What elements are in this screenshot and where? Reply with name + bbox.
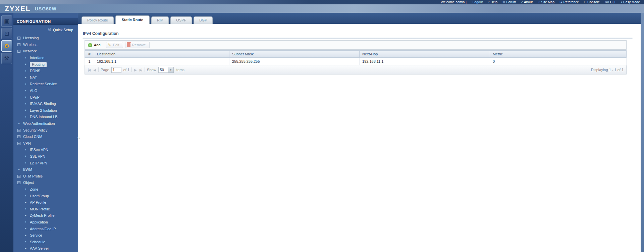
next-page-icon[interactable]: ▶ [134, 68, 137, 72]
tree-bullet-icon: ✦ [25, 83, 27, 86]
page-number-input[interactable] [111, 67, 121, 73]
table-row[interactable]: 1192.168.1.1255.255.255.255192.168.11.10 [85, 58, 627, 65]
column-header-subnet-mask[interactable]: Subnet Mask [229, 51, 360, 58]
tree-item-dns-inbound-lb[interactable]: ✦ DNS Inbound LB [13, 114, 78, 120]
tree-item-vpn[interactable]: − VPN [13, 140, 78, 147]
menu-icon: ◑ [621, 1, 622, 4]
configuration-icon[interactable]: ⚙ [1, 40, 12, 52]
tree-item-routing[interactable]: ✦ Routing [13, 61, 78, 68]
forum-menu-item[interactable]: ▤ Forum [502, 0, 516, 4]
tree-bullet-icon: ✦ [25, 195, 27, 197]
monitor-icon[interactable]: ⊡ [1, 28, 12, 39]
about-menu-item[interactable]: Z About [521, 0, 533, 4]
logout-link[interactable]: Logout [472, 0, 483, 4]
section-divider [83, 38, 633, 39]
page-size-select[interactable]: 50 ▾ [158, 67, 174, 73]
menu-label: Console [587, 0, 600, 4]
tree-item-application[interactable]: ✦ Application [13, 219, 78, 226]
tree-item-user-group[interactable]: ✦ User/Group [13, 193, 78, 199]
tree-bullet-icon: ✦ [25, 247, 27, 250]
tree-item-address-geo-ip[interactable]: ✦ Address/Geo IP [13, 225, 78, 232]
tab-rip[interactable]: RIP [151, 16, 169, 24]
tree-item-schedule[interactable]: ✦ Schedule [13, 239, 78, 245]
column-header-[interactable]: # [85, 51, 94, 58]
column-header-metric[interactable]: Metric [490, 51, 627, 58]
tree-item-upnp[interactable]: ✦ UPnP [13, 94, 78, 101]
easymode-menu-item[interactable]: ◑ Easy Mode [621, 0, 640, 4]
tree-item-redirect-service[interactable]: ✦ Redirect Service [13, 81, 78, 88]
tree-item-alg[interactable]: ✦ ALG [13, 88, 78, 94]
add-button[interactable]: + Add [86, 42, 104, 48]
tree-item-utm-profile[interactable]: + UTM Profile [13, 173, 78, 180]
first-page-icon[interactable]: |◀ [88, 68, 91, 72]
prev-page-icon[interactable]: ◀ [93, 68, 96, 72]
tree-item-object[interactable]: − Object [13, 180, 78, 186]
tree-item-label: UTM Profile [23, 174, 43, 179]
tree-item-ddns[interactable]: ✦ DDNS [13, 68, 78, 74]
help-menu-item[interactable]: ? Help [488, 0, 497, 4]
tree-item-aaa-server[interactable]: ✦ AAA Server [13, 245, 78, 252]
tree-bullet-icon: ✦ [25, 228, 27, 230]
tab-ospf[interactable]: OSPF [170, 16, 192, 24]
console-menu-item[interactable]: ⊡ Console [584, 0, 600, 4]
tree-item-ap-profile[interactable]: ✦ AP Profile [13, 199, 78, 206]
tab-bgp[interactable]: BGP [194, 16, 213, 24]
tree-item-web-authentication[interactable]: ✦ Web Authentication [13, 120, 78, 127]
tree-bullet-icon: ✦ [25, 103, 27, 105]
device-model: USG60W [35, 6, 57, 11]
tree-item-service[interactable]: ✦ Service [13, 232, 78, 239]
last-page-icon[interactable]: ▶| [139, 68, 143, 72]
tree-item-licensing[interactable]: + Licensing [13, 35, 78, 42]
tree-bullet-icon: ✦ [25, 201, 27, 204]
tree-item-interface[interactable]: ✦ Interface [13, 55, 78, 61]
sitemap-menu-item[interactable]: ✣ Site Map [538, 0, 554, 4]
page: IPv4 Configuration + Add ✎ Edit Remove [78, 24, 641, 252]
table-cell: 192.168.11.1 [360, 58, 490, 65]
tree-item-cloud-cnm[interactable]: + Cloud CNM [13, 134, 78, 140]
tree-bullet-icon: ✦ [25, 109, 27, 112]
tree-item-mon-profile[interactable]: ✦ MON Profile [13, 206, 78, 212]
quick-setup-button[interactable]: ⚒ Quick Setup [13, 25, 78, 34]
tree-item-ssl-vpn[interactable]: ✦ SSL VPN [13, 153, 78, 160]
tab-label: RIP [157, 18, 163, 22]
tree-item-security-policy[interactable]: + Security Policy [13, 127, 78, 134]
tab-policy-route[interactable]: Policy Route [82, 16, 114, 24]
tree-item-layer-2-isolation[interactable]: ✦ Layer 2 Isolation [13, 107, 78, 114]
tree-item-ip-mac-binding[interactable]: ✦ IP/MAC Binding [13, 101, 78, 107]
menu-label: Welcome admin | [441, 0, 467, 4]
tree-item-zymesh-profile[interactable]: ✦ ZyMesh Profile [13, 212, 78, 219]
tree-item-network[interactable]: − Network [13, 48, 78, 55]
tab-label: Static Route [122, 18, 143, 22]
tree-bullet-icon: ✦ [25, 70, 27, 72]
tree-item-bwm[interactable]: ✦ BWM [13, 166, 78, 173]
sidebar-collapse-arrow-icon[interactable]: ◀ [77, 130, 80, 144]
menu-icon: ⊡ [584, 1, 587, 4]
edit-button[interactable]: ✎ Edit [106, 42, 123, 48]
tree-item-zone[interactable]: ✦ Zone [13, 186, 78, 193]
brand-header: ZYXEL USG60W [0, 4, 644, 13]
tree-item-label: L2TP VPN [30, 161, 47, 165]
menu-label: Logout [473, 0, 483, 4]
maintenance-icon[interactable]: ⚒ [1, 53, 12, 64]
tree-item-nat[interactable]: ✦ NAT [13, 74, 78, 81]
tab-static-route[interactable]: Static Route [115, 15, 150, 24]
remove-button[interactable]: Remove [125, 42, 150, 48]
dashboard-icon[interactable]: ▣ [1, 15, 12, 27]
column-header-next-hop[interactable]: Next-Hop [360, 51, 490, 58]
cli-menu-item[interactable]: ⌨ CLI [605, 0, 615, 4]
edit-pencil-icon: ✎ [108, 43, 111, 47]
tree-bullet-icon: + [17, 135, 20, 138]
tree-item-label: Wireless [23, 43, 37, 47]
tree-item-label: Zone [30, 187, 38, 192]
tree-bullet-icon: ✦ [25, 76, 27, 79]
tree-bullet-icon: ✦ [25, 63, 27, 66]
tree-item-ipsec-vpn[interactable]: ✦ IPSec VPN [13, 147, 78, 153]
tree-item-wireless[interactable]: + Wireless [13, 42, 78, 48]
column-header-destination[interactable]: Destination [94, 51, 229, 58]
config-tree: + Licensing + Wireless − Network ✦ Inter… [13, 34, 78, 252]
show-label: Show [147, 68, 156, 72]
reference-menu-item[interactable]: ◪ Reference [559, 0, 579, 4]
tree-item-label: IPSec VPN [30, 148, 48, 152]
table-cell: 0 [490, 58, 627, 65]
tree-item-l2tp-vpn[interactable]: ✦ L2TP VPN [13, 160, 78, 166]
